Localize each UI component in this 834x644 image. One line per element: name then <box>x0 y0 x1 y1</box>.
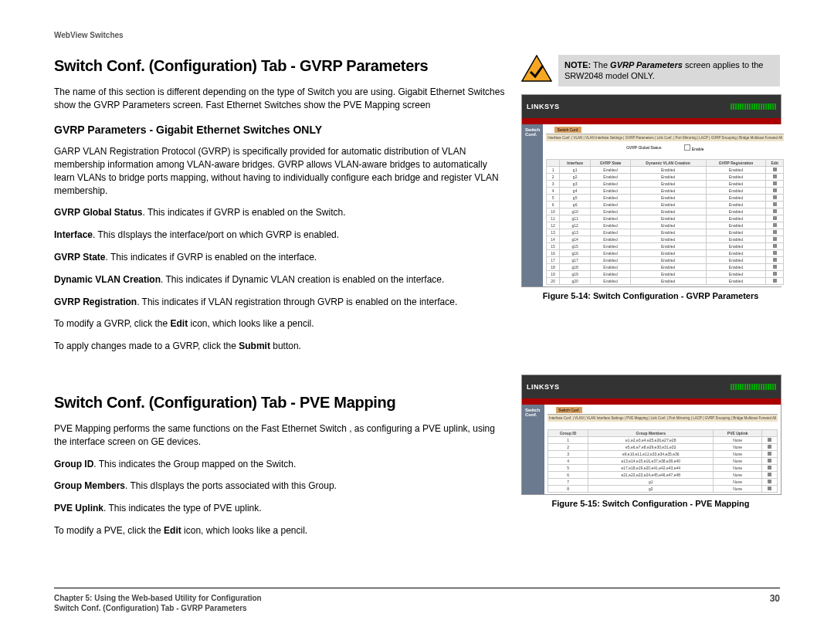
section1-title: Switch Conf. (Configuration) Tab - GVRP … <box>54 55 506 76</box>
section1-subtitle: GVRP Parameters - Gigabit Ethernet Switc… <box>54 123 506 138</box>
note-label: NOTE: <box>564 60 591 69</box>
note-box: NOTE: The GVRP Parameters screen applies… <box>521 55 780 86</box>
gvrp-table: InterfaceGVRP StateDynamic VLAN Creation… <box>546 159 784 285</box>
figure-5-15-screenshot: LINKSYS Switch Conf. Switch Conf. Interf… <box>521 375 781 495</box>
def-group-members: Group Members. This dIsplays the ports a… <box>54 480 506 493</box>
section2-intro: PVE Mapping performs the same functions … <box>54 422 506 449</box>
pve-table: Group IDGroup MembersPVE Uplink1e1,e2,e3… <box>548 429 778 493</box>
footer-section: Switch Conf. (Configuration) Tab - GVRP … <box>54 603 262 613</box>
page-number: 30 <box>770 593 780 613</box>
page-footer: Chapter 5: Using the Web-based Utility f… <box>54 588 780 613</box>
def-pve-uplink: PVE Uplink. This indicates the type of P… <box>54 502 506 515</box>
footer-chapter: Chapter 5: Using the Web-based Utility f… <box>54 593 262 603</box>
switch-port-leds <box>731 384 776 390</box>
def-dyn-vlan: Dynamic VLAN Creation. This indicates if… <box>54 273 506 286</box>
doc-header: WebView Switches <box>54 31 780 39</box>
def-interface: Interface. This dIsplays the interface/p… <box>54 229 506 242</box>
switch-port-leds <box>731 103 776 110</box>
ss-sidebar: Switch Conf. <box>522 405 544 494</box>
linksys-logo: LINKSYS <box>527 103 560 110</box>
ss-tabs: Switch Conf. <box>546 126 784 134</box>
def-gvrp-reg: GVRP Registration. This indicates if VLA… <box>54 296 506 309</box>
section2-title: Switch Conf. (Configuration) Tab - PVE M… <box>54 391 506 413</box>
ss-subtabs: Interface Conf. | VLAN | VLAN Interface … <box>546 134 784 141</box>
ss-tabs: Switch Conf. <box>548 406 778 415</box>
def-gvrp-global: GVRP Global Status. This indicates if GV… <box>54 206 506 219</box>
def-group-id: Group ID. This indicates the Group mappe… <box>54 458 506 471</box>
figure-5-15-caption: Figure 5-15: Switch Configuration - PVE … <box>521 499 780 508</box>
warning-check-icon <box>521 55 552 83</box>
edit-instruction-1: To modify a GVRP, click the Edit icon, w… <box>54 317 506 330</box>
ss-sidebar: Switch Conf. <box>522 124 543 286</box>
def-gvrp-state: GVRP State. This indicates if GVRP is en… <box>54 251 506 264</box>
ss-subtabs: Interface Conf. | VLAN | VLAN Interface … <box>548 415 778 422</box>
svg-marker-0 <box>522 56 551 81</box>
ss-global-status: GVRP Global Status Enable <box>546 141 784 154</box>
section1-intro: The name of this section is different de… <box>54 86 506 112</box>
submit-instruction: To apply changes made to a GVRP, click t… <box>54 340 506 353</box>
linksys-logo: LINKSYS <box>527 383 560 391</box>
figure-5-14-caption: Figure 5-14: Switch Configuration - GVRP… <box>521 291 780 300</box>
section1-para1: GARP VLAN Registration Protocol (GVRP) i… <box>54 145 506 197</box>
figure-5-14-screenshot: LINKSYS Switch Conf. Switch Conf. Interf… <box>521 94 781 287</box>
edit-instruction-2: To modify a PVE, click the Edit icon, wh… <box>54 524 506 537</box>
